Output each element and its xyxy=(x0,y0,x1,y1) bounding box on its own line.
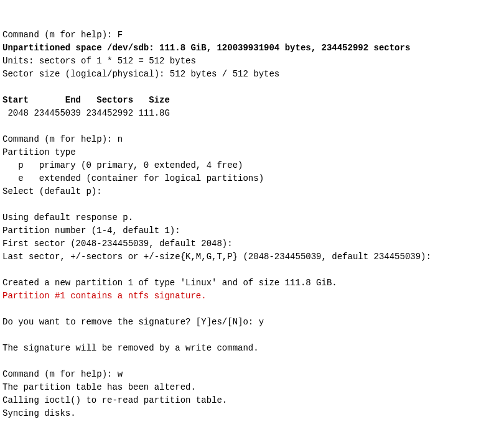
terminal-line: 2048 234455039 234452992 111.8G xyxy=(2,107,502,120)
terminal-line: Sector size (logical/physical): 512 byte… xyxy=(2,68,502,81)
terminal-line: First sector (2048-234455039, default 20… xyxy=(2,237,502,250)
terminal-line: Partition type xyxy=(2,146,502,159)
terminal-line: The partition table has been altered. xyxy=(2,381,502,394)
terminal-line: Command (m for help): n xyxy=(2,133,502,146)
terminal-line: Calling ioctl() to re-read partition tab… xyxy=(2,394,502,407)
terminal-line: Last sector, +/-sectors or +/-size{K,M,G… xyxy=(2,250,502,264)
terminal-line: Select (default p): xyxy=(2,185,502,198)
terminal-output: Command (m for help): FUnpartitioned spa… xyxy=(2,29,502,420)
terminal-line: e extended (container for logical partit… xyxy=(2,172,502,185)
terminal-line: Created a new partition 1 of type 'Linux… xyxy=(2,277,502,290)
terminal-line: Command (m for help): F xyxy=(2,29,502,42)
terminal-line: The signature will be removed by a write… xyxy=(2,342,502,355)
terminal-line: Partition #1 contains a ntfs signature. xyxy=(2,290,502,303)
terminal-line: Syncing disks. xyxy=(2,407,502,420)
terminal-line xyxy=(2,303,502,316)
terminal-line: Using default response p. xyxy=(2,211,502,224)
terminal-line xyxy=(2,120,502,133)
terminal-line xyxy=(2,198,502,211)
terminal-line: Unpartitioned space /dev/sdb: 111.8 GiB,… xyxy=(2,42,502,55)
terminal-line xyxy=(2,81,502,94)
terminal-line: Do you want to remove the signature? [Y]… xyxy=(2,316,502,329)
terminal-line xyxy=(2,264,502,277)
terminal-line: Units: sectors of 1 * 512 = 512 bytes xyxy=(2,55,502,68)
terminal-line: Partition number (1-4, default 1): xyxy=(2,224,502,237)
terminal-line: Start End Sectors Size xyxy=(2,94,502,107)
terminal-line xyxy=(2,355,502,368)
terminal-line: Command (m for help): w xyxy=(2,368,502,381)
terminal-line: p primary (0 primary, 0 extended, 4 free… xyxy=(2,159,502,172)
terminal-line xyxy=(2,329,502,342)
